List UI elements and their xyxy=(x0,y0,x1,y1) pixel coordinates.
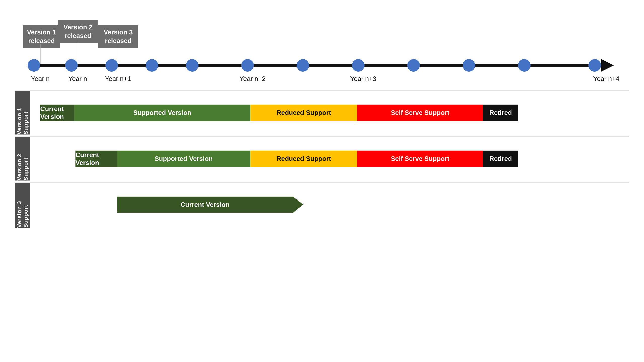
year-label-n1: Year n xyxy=(31,75,50,83)
version3-text: Version 3released xyxy=(104,28,133,44)
timeline-dot-3 xyxy=(105,59,118,72)
connector1 xyxy=(40,44,41,65)
v3-row-label-text: Version 3 Support xyxy=(16,183,29,228)
v3-current-bar: Current Version xyxy=(117,197,293,213)
v1-supported-bar: Supported Version xyxy=(74,105,250,121)
v1-retired-bar: Retired xyxy=(483,105,518,121)
timeline-dot-11 xyxy=(518,59,531,72)
v1-row-content: Current Version Supported Version Reduce… xyxy=(30,91,629,134)
timeline-dot-9 xyxy=(407,59,420,72)
v1-retired-text: Retired xyxy=(489,109,512,117)
version2-text: Version 2released xyxy=(63,23,93,39)
timeline-dot-7 xyxy=(297,59,309,72)
timeline-dot-1 xyxy=(28,59,40,72)
support-rows: Version 1 Support Current Version Suppor… xyxy=(15,90,629,228)
v1-selfserve-bar: Self Serve Support xyxy=(357,105,483,121)
v2-retired-text: Retired xyxy=(489,155,512,163)
v1-reduced-text: Reduced Support xyxy=(276,109,331,117)
version1-text: Version 1released xyxy=(27,28,56,44)
version3-label: Version 3released xyxy=(98,25,138,48)
timeline-dot-8 xyxy=(352,59,365,72)
v2-row-content: Current Version Supported Version Reduce… xyxy=(30,137,629,180)
connector3 xyxy=(118,44,118,65)
v3-support-row: Version 3 Support Current Version xyxy=(15,183,629,228)
v2-supported-bar: Supported Version xyxy=(117,151,250,167)
timeline-dot-4 xyxy=(146,59,158,72)
timeline-dot-5 xyxy=(186,59,198,72)
v1-row-label-text: Version 1 Support xyxy=(16,91,29,134)
v1-selfserve-text: Self Serve Support xyxy=(391,109,450,117)
timeline-section: Version 1released Version 2released Vers… xyxy=(15,15,629,85)
v2-reduced-text: Reduced Support xyxy=(276,155,331,163)
main-container: Version 1released Version 2released Vers… xyxy=(0,0,644,362)
year-label-n1-plus1: Year n+1 xyxy=(105,75,131,83)
version1-label: Version 1released xyxy=(23,25,60,48)
v2-supported-text: Supported Version xyxy=(154,155,213,163)
v2-selfserve-bar: Self Serve Support xyxy=(357,151,483,167)
v2-current-text: Current Version xyxy=(75,151,117,167)
v2-reduced-bar: Reduced Support xyxy=(250,151,357,167)
version2-label: Version 2released xyxy=(58,20,98,43)
year-label-n-plus2: Year n+2 xyxy=(239,75,266,83)
timeline-arrow xyxy=(601,59,614,72)
v3-current-text: Current Version xyxy=(180,201,229,209)
v2-retired-bar: Retired xyxy=(483,151,518,167)
timeline-dot-10 xyxy=(463,59,475,72)
timeline-dot-6 xyxy=(241,59,254,72)
v2-row-label-text: Version 2 Support xyxy=(16,137,29,180)
connector2 xyxy=(78,40,78,65)
timeline-dot-12 xyxy=(588,59,601,72)
year-label-n2: Year n xyxy=(68,75,87,83)
v1-supported-text: Supported Version xyxy=(133,109,191,117)
v2-support-row: Version 2 Support Current Version Suppor… xyxy=(15,137,629,180)
v2-row-label: Version 2 Support xyxy=(15,137,30,180)
v2-selfserve-text: Self Serve Support xyxy=(391,155,450,163)
v3-row-label: Version 3 Support xyxy=(15,183,30,228)
v1-row-label: Version 1 Support xyxy=(15,91,30,134)
year-label-n-plus3: Year n+3 xyxy=(350,75,376,83)
v2-current-bar: Current Version xyxy=(75,151,117,167)
v1-support-row: Version 1 Support Current Version Suppor… xyxy=(15,90,629,134)
v3-row-content: Current Version xyxy=(30,183,629,228)
timeline-dot-2 xyxy=(65,59,78,72)
year-label-n-plus4: Year n+4 xyxy=(593,75,619,83)
v1-reduced-bar: Reduced Support xyxy=(250,105,357,121)
v3-arrow-tip xyxy=(293,197,303,213)
